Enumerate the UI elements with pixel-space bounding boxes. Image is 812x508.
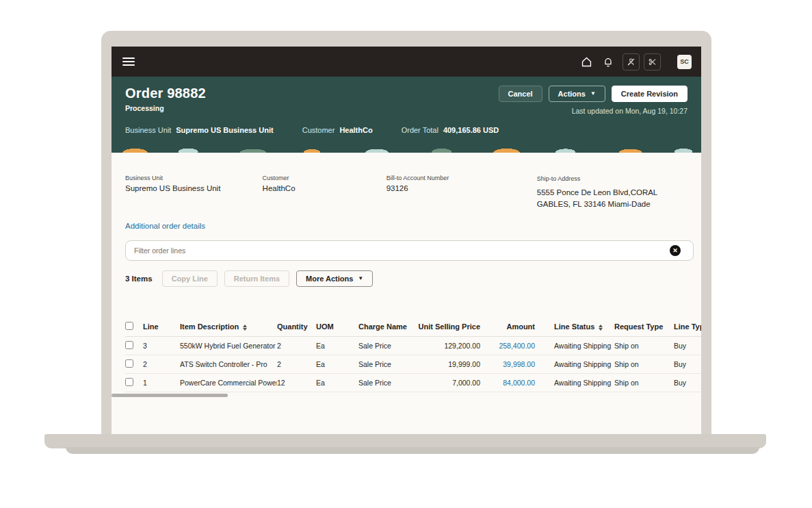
col-line: Line — [143, 322, 180, 331]
order-detail-fields: Business Unit Supremo US Business Unit C… — [125, 175, 687, 210]
col-unit-selling-price: Unit Selling Price — [416, 322, 484, 331]
actions-label: Actions — [558, 90, 586, 98]
table-row[interactable]: 3 550kW Hybrid Fuel Generator 2 Ea Sale … — [125, 337, 701, 355]
summary-business-unit: Business Unit Supremo US Business Unit — [125, 126, 274, 134]
app-window: SC Order 98882 Processing Cancel Actions — [112, 47, 701, 434]
person-slash-icon[interactable] — [623, 53, 640, 71]
chevron-down-icon: ▼ — [590, 91, 596, 97]
row-checkbox[interactable] — [125, 378, 143, 388]
select-all-checkbox[interactable] — [125, 322, 143, 331]
col-charge-name: Charge Name — [358, 322, 416, 331]
global-topbar: SC — [112, 47, 701, 77]
row-checkbox[interactable] — [125, 341, 143, 351]
row-checkbox[interactable] — [125, 359, 143, 369]
horizontal-scrollbar[interactable] — [112, 394, 228, 397]
field-business-unit: Business Unit Supremo US Business Unit — [125, 175, 263, 210]
more-actions-label: More Actions — [306, 275, 353, 283]
field-customer: Customer HealthCo — [263, 175, 387, 210]
sort-icon[interactable] — [243, 325, 247, 331]
summary-order-total: Order Total 409,165.86 USD — [402, 126, 499, 134]
additional-order-details-link[interactable]: Additional order details — [125, 222, 205, 230]
decorative-banner-pattern — [112, 142, 701, 153]
summary-customer: Customer HealthCo — [302, 126, 373, 134]
laptop-bezel: SC Order 98882 Processing Cancel Actions — [101, 31, 711, 435]
user-avatar[interactable]: SC — [677, 55, 692, 69]
chevron-down-icon: ▼ — [358, 276, 363, 281]
order-summary-row: Business Unit Supremo US Business Unit C… — [125, 126, 687, 134]
col-item-description[interactable]: Item Description — [180, 322, 277, 331]
amount-link[interactable]: 258,400.00 — [484, 342, 539, 350]
filter-order-lines-input[interactable] — [125, 240, 694, 261]
more-actions-dropdown-button[interactable]: More Actions ▼ — [296, 270, 373, 287]
laptop-base-shadow — [66, 447, 759, 454]
clear-filter-icon[interactable]: ✕ — [670, 245, 681, 256]
home-icon[interactable] — [579, 54, 594, 69]
col-line-status[interactable]: Line Status — [539, 322, 614, 331]
order-content: Business Unit Supremo US Business Unit C… — [112, 153, 701, 397]
field-ship-to-address: Ship-to Address 5555 Ponce De Leon Blvd,… — [537, 175, 687, 210]
amount-link[interactable]: 39,998.00 — [484, 360, 539, 368]
sort-icon[interactable] — [599, 325, 603, 331]
laptop-base — [44, 434, 766, 448]
col-uom: UOM — [316, 322, 358, 331]
items-count: 3 Items — [125, 275, 153, 283]
col-line-type: Line Type — [674, 322, 701, 331]
field-bill-to-account: Bill-to Account Number 93126 — [387, 175, 537, 210]
table-header-row: Line Item Description Quantity UOM Charg… — [125, 317, 701, 337]
return-items-button[interactable]: Return Items — [224, 270, 289, 287]
amount-link[interactable]: 84,000.00 — [484, 379, 539, 387]
table-row[interactable]: 2 ATS Switch Controller - Pro 2 Ea Sale … — [125, 355, 701, 374]
order-header: Order 98882 Processing Cancel Actions ▼ … — [112, 77, 701, 142]
order-lines-table: Line Item Description Quantity UOM Charg… — [125, 317, 701, 392]
cancel-button[interactable]: Cancel — [499, 86, 542, 102]
col-amount: Amount — [484, 322, 539, 331]
status-badge: Processing — [125, 104, 206, 112]
scissors-icon[interactable] — [644, 53, 661, 71]
page-title: Order 98882 — [125, 86, 206, 101]
notifications-bell-icon[interactable] — [601, 54, 616, 69]
filter-bar: ✕ — [125, 240, 687, 261]
last-updated-text: Last updated on Mon, Aug 19, 10:27 — [499, 107, 688, 115]
laptop-mockup: SC Order 98882 Processing Cancel Actions — [0, 0, 812, 508]
menu-icon[interactable] — [122, 55, 135, 68]
table-row[interactable]: 1 PowerCare Commercial Power M 12 Ea Sal… — [125, 374, 701, 392]
create-revision-button[interactable]: Create Revision — [612, 86, 687, 102]
copy-line-button[interactable]: Copy Line — [162, 270, 218, 287]
col-quantity: Quantity — [277, 322, 316, 331]
actions-dropdown-button[interactable]: Actions ▼ — [549, 86, 605, 102]
col-request-type: Request Type — [614, 322, 674, 331]
lines-toolbar: 3 Items Copy Line Return Items More Acti… — [125, 270, 687, 287]
